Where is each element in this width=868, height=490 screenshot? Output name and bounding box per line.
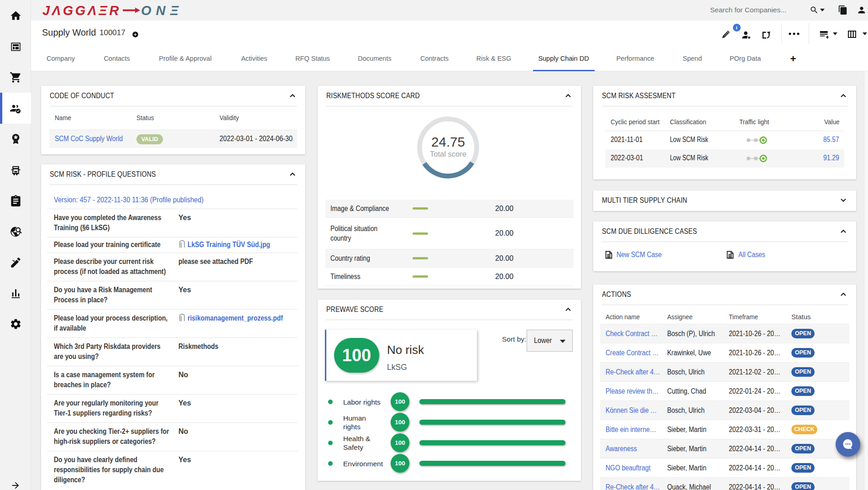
svg-text:JΛGGΛΞR: JΛGGΛΞR <box>42 3 121 18</box>
svg-text:ONΞ: ONΞ <box>141 3 183 18</box>
